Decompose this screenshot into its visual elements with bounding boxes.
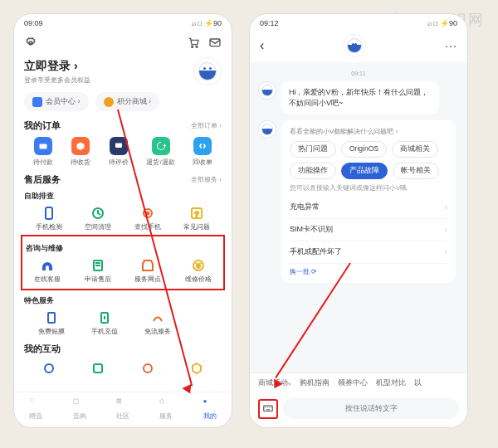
- svc-price[interactable]: ¥维修价格: [178, 257, 219, 284]
- nav-shop[interactable]: ▢选购: [73, 397, 86, 421]
- status-right: ⌕ ▢ ⚡90: [427, 19, 457, 27]
- int-1[interactable]: [28, 360, 70, 377]
- quick-trade[interactable]: 以: [414, 378, 422, 388]
- message-icon[interactable]: [208, 36, 222, 51]
- int-2[interactable]: [77, 360, 119, 377]
- svg-point-9: [146, 212, 149, 215]
- pill-member[interactable]: 会员中心 ›: [24, 92, 89, 111]
- quick-compare[interactable]: 机型对比: [376, 378, 406, 388]
- faq-broken[interactable]: 手机或配件坏了›: [290, 241, 447, 264]
- card-heading[interactable]: 看看全能的小V都能解决什么问题吧 ›: [290, 127, 447, 136]
- voice-button[interactable]: 按住说话转文字: [283, 398, 459, 419]
- nav-community[interactable]: ⊞社区: [116, 397, 129, 421]
- svg-text:?: ?: [195, 210, 199, 218]
- message-row: Hi，亲爱的V粉，新年快乐！有什么问题，不妨问问小V吧~: [258, 81, 459, 114]
- bottom-nav: ♡精选 ▢选购 ⊞社区 ◇服务 ●我的: [14, 392, 232, 427]
- svc-store[interactable]: 服务网点: [127, 257, 168, 284]
- svc-online-support[interactable]: 在线客服: [27, 257, 68, 284]
- svc-find[interactable]: 查找手机: [127, 205, 168, 231]
- chip-account[interactable]: 帐号相关: [393, 163, 439, 179]
- int-3[interactable]: [127, 360, 168, 377]
- badge-icon: [90, 360, 106, 377]
- chip-originos[interactable]: OriginOS: [341, 141, 387, 158]
- svc-clean[interactable]: 空间清理: [77, 205, 119, 231]
- svc-film[interactable]: 免费贴膜: [31, 309, 72, 336]
- film-icon: [43, 309, 60, 326]
- svg-rect-3: [210, 39, 220, 46]
- order-recycle[interactable]: 回收单: [193, 137, 212, 167]
- msg-avatar: [258, 81, 276, 100]
- nav-mine[interactable]: ●我的: [203, 397, 217, 421]
- login-row[interactable]: 立即登录 › 登录享受更多会员权益: [24, 57, 222, 85]
- store-icon: [139, 257, 156, 274]
- svc-topup[interactable]: 手机充值: [84, 309, 125, 336]
- int-4[interactable]: [176, 360, 217, 377]
- status-time: 09:09: [24, 19, 43, 27]
- greeting-bubble: Hi，亲爱的V粉，新年快乐！有什么问题，不妨问问小V吧~: [281, 81, 439, 114]
- quick-guide[interactable]: 购机指南: [300, 378, 330, 388]
- profile-content: 立即登录 › 登录享受更多会员权益 会员中心 › 积分商城 › 我的订单 全部订…: [14, 57, 232, 392]
- svc-data[interactable]: 免流服务: [137, 309, 178, 336]
- status-bar: 09:12 ⌕ ▢ ⚡90: [250, 14, 467, 32]
- topup-icon: [96, 309, 113, 326]
- more-icon[interactable]: ···: [445, 39, 457, 52]
- phone-check-icon: [41, 205, 57, 222]
- nav-featured[interactable]: ♡精选: [29, 397, 42, 421]
- svc-detect[interactable]: 手机检测: [28, 205, 70, 231]
- back-icon[interactable]: ‹: [260, 38, 264, 53]
- svc-apply[interactable]: 申请售后: [77, 257, 119, 284]
- quick-coupon[interactable]: 领券中心: [338, 378, 368, 388]
- quick-mall[interactable]: 商城活动ᵥ: [258, 378, 291, 388]
- chip-mall[interactable]: 商城相关: [392, 141, 438, 158]
- interact-title: 我的互动: [24, 343, 61, 355]
- keyboard-button[interactable]: [258, 399, 278, 419]
- avatar[interactable]: [193, 57, 222, 85]
- order-row: 待付款 待收货 待评价 退货/退款 回收单: [24, 137, 222, 167]
- headset-icon: [39, 257, 56, 274]
- group3-title: 特色服务: [24, 295, 222, 306]
- settings-icon[interactable]: [24, 37, 37, 50]
- phone-chatbot: 09:12 ⌕ ▢ ⚡90 ‹ ··· 09:11 Hi，亲爱的V粉，新年快乐！…: [249, 13, 468, 428]
- svc-faq[interactable]: ?常见问题: [176, 205, 217, 231]
- order-review[interactable]: 待评价: [109, 137, 129, 167]
- box-icon: [71, 137, 90, 155]
- group2-title: 咨询与维修: [26, 243, 223, 254]
- bot-avatar: [343, 34, 366, 57]
- faq-sim[interactable]: SIM卡不识别›: [290, 219, 447, 241]
- person-icon: ●: [203, 397, 217, 411]
- chat-body: 09:11 Hi，亲爱的V粉，新年快乐！有什么问题，不妨问问小V吧~ 看看全能的…: [250, 62, 467, 373]
- msg-avatar: [258, 120, 276, 139]
- time-label: 09:11: [258, 71, 459, 76]
- svg-point-2: [196, 46, 198, 47]
- card-row: 看看全能的小V都能解决什么问题吧 › 热门问题 OriginOS 商城相关 功能…: [258, 120, 459, 290]
- chip-fault[interactable]: 产品故障: [341, 163, 388, 179]
- order-refund[interactable]: 退货/退款: [146, 137, 174, 167]
- chat-header: ‹ ···: [250, 32, 467, 62]
- chip-function[interactable]: 功能操作: [290, 163, 336, 179]
- options-card: 看看全能的小V都能解决什么问题吧 › 热门问题 OriginOS 商城相关 功能…: [281, 120, 456, 283]
- faq-charging[interactable]: 充电异常›: [290, 197, 447, 219]
- login-title: 立即登录 ›: [24, 59, 90, 74]
- coin-icon: [104, 97, 114, 107]
- nav-service[interactable]: ◇服务: [159, 397, 173, 421]
- svg-rect-15: [48, 313, 55, 323]
- clean-icon: [90, 205, 106, 222]
- hex-icon: [188, 360, 205, 377]
- svg-point-17: [45, 364, 53, 373]
- order-ship[interactable]: 待收货: [71, 137, 90, 167]
- shield-icon: ◇: [159, 397, 173, 411]
- svg-point-19: [144, 364, 152, 373]
- heart-icon: ♡: [29, 397, 42, 411]
- orders-all-link[interactable]: 全部订单 ›: [191, 121, 222, 130]
- svg-rect-20: [264, 406, 273, 411]
- faq-refresh[interactable]: 换一批 ⟳: [290, 267, 447, 276]
- aftersale-all-link[interactable]: 全部服务 ›: [191, 175, 222, 184]
- locate-icon: [139, 205, 156, 222]
- cart-icon[interactable]: [187, 36, 200, 51]
- pill-points[interactable]: 积分商城 ›: [95, 92, 160, 111]
- order-pay[interactable]: 待付款: [33, 137, 53, 167]
- group1-title: 自助排查: [24, 191, 222, 202]
- recycle-icon: [193, 137, 212, 155]
- chip-hot[interactable]: 热门问题: [290, 141, 336, 158]
- form-icon: [90, 257, 106, 274]
